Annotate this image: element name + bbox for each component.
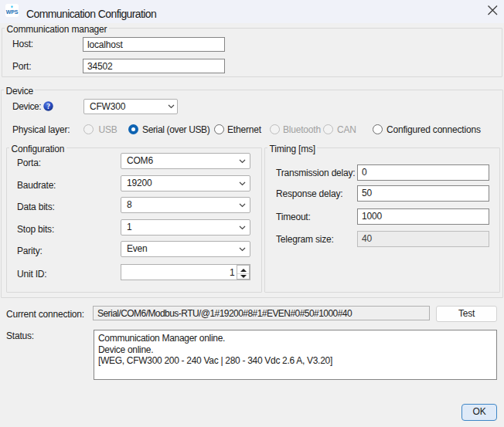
svg-text:?: ? (46, 103, 50, 110)
svg-text:WPS: WPS (6, 9, 19, 15)
